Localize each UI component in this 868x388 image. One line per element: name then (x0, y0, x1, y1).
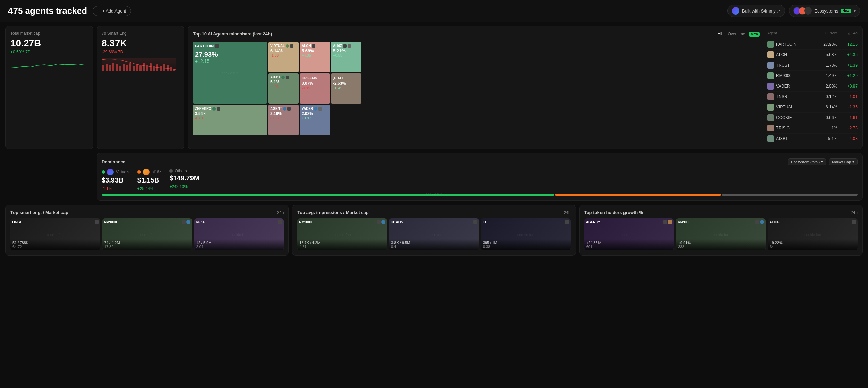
rm9000-tile-name: RM9000 (104, 220, 117, 224)
agent-cell-trust: TRUST (767, 62, 814, 69)
ecosystem-filter[interactable]: Ecosystem (total) ▾ (788, 158, 826, 165)
mindshare-new-badge: New (749, 32, 760, 37)
griffain-pct: 3.07% (302, 81, 328, 86)
ongo-icon1 (95, 220, 99, 224)
market-cap-card: Total market cap 10.27B +0.59% 7D cookie… (5, 26, 93, 149)
trisig-24h: -2.73 (837, 126, 858, 130)
svg-rect-17 (156, 64, 158, 71)
add-agent-button[interactable]: + + Add Agent (93, 6, 131, 16)
ms-tile-aixbt: AIXBT 5.1% -4.03 (268, 73, 299, 104)
market-cap-label: Total market cap (10, 31, 88, 36)
dominance-section: Dominance Ecosystem (total) ▾ Market Cap… (97, 153, 863, 201)
smart-eng-sparkline (102, 58, 179, 72)
zerebro-pct: 3.54% (195, 111, 265, 116)
ecosystems-button[interactable]: Ecosystems New ▾ (789, 5, 860, 17)
smart-eng-grid: cookie.fun ONGO 51 / 788K 64.72 (10, 218, 284, 250)
ms-tile-griffain: GRIFFAIN 3.07% -0.95 (300, 73, 330, 104)
ai16z-change: +25.44% (137, 186, 161, 191)
rm9000-val2: 17.82 (104, 245, 190, 249)
ib-icon1 (565, 220, 569, 224)
aixbt-table-name: AIXBT (776, 136, 788, 141)
rm9000-table-name: RM9000 (776, 73, 791, 78)
virtuals-value: $3.93B (102, 176, 129, 184)
others-change: +242.13% (169, 184, 199, 189)
agency-val2: 601 (586, 245, 672, 249)
others-name: Others (175, 169, 187, 173)
alice-header: ALICE (769, 220, 856, 224)
ms-tile-fartcoin: cookie.fun FARTCOIN 27.93% +12.15 (193, 42, 267, 104)
ongo-name: ONGO (12, 220, 23, 224)
alice-name: ALICE (769, 220, 780, 224)
trisig-avatar (767, 125, 774, 131)
rm9000-header: RM9000 (104, 220, 190, 224)
agency-content: +24.86% 601 (584, 239, 674, 250)
ecosystems-avatars (793, 7, 812, 15)
rm9000-content: 74 / 4.2M 17.82 (102, 239, 192, 250)
agent-name-tile: AGENT (270, 107, 282, 111)
agency-icon2 (668, 220, 672, 224)
fartcoin-24h: +12.15 (837, 42, 858, 47)
virtual-name: VIRTUAL (270, 44, 285, 48)
chaos-name: CHAOS (391, 220, 403, 224)
marketcap-filter[interactable]: Market Cap ▾ (829, 158, 858, 165)
tab-over-time[interactable]: Over time (726, 31, 746, 37)
cookie-24h: -1.61 (837, 115, 858, 120)
virtual-24h: -1.36 (837, 105, 858, 110)
aixbt-pct: 5.1% (270, 80, 297, 84)
built-with-button[interactable]: Built with S4mmy ↗ (727, 5, 785, 17)
fartcoin-pct: 27.93% (195, 51, 218, 58)
others-dot (169, 169, 173, 173)
header-left: 475 agents tracked + + Add Agent (8, 6, 131, 16)
agent-cell-rm9000: RM9000 (767, 72, 814, 79)
agent-cell-vader: VADER (767, 83, 814, 90)
tab-all[interactable]: All (716, 31, 723, 37)
svg-rect-13 (143, 63, 145, 71)
agent-change: -0.88 (270, 116, 297, 120)
agent-icon (287, 107, 291, 111)
avg-impressions-header: Top avg. impressions / Market cap 24h (297, 210, 570, 215)
dominance-row: Dominance Ecosystem (total) ▾ Market Cap… (5, 153, 863, 201)
built-with-label: Built with S4mmy ↗ (742, 8, 781, 14)
mindshare-table: Agent Current △ 24h FARTCOIN 27.93% +12.… (763, 31, 858, 144)
tnsr-table-name: TNSR (776, 94, 787, 99)
keke-icons (278, 220, 282, 224)
svg-rect-2 (106, 64, 108, 71)
vader-tile-name: VADER (302, 107, 313, 111)
rm9000-th-name: RM9000 (678, 220, 690, 224)
fartcoin-table-name: FARTCOIN (776, 42, 796, 47)
eco-ai16z: ai16z $1.15B +25.44% (137, 169, 161, 191)
agent-cell-tnsr: TNSR (767, 93, 814, 100)
ongo-content: 51 / 788K 64.72 (10, 239, 100, 250)
ecosystem-avatar-3 (804, 7, 812, 15)
aixbt-table-avatar (767, 135, 774, 142)
rm9000-icons (182, 220, 190, 224)
ms-tile-virtual: VIRTUAL 6.14% -1.36 (268, 42, 299, 72)
aixbt-24h: -4.03 (837, 136, 858, 141)
svg-rect-18 (160, 66, 162, 71)
table-row: COOKIE 0.66% -1.61 (767, 113, 858, 123)
agent-cell-aixbt-table: AIXBT (767, 135, 814, 142)
dominance-header: Dominance Ecosystem (total) ▾ Market Cap… (102, 158, 858, 165)
dominance-bar (102, 194, 858, 196)
agent-tile-rm9000-th: cookie.fun RM9000 +9.91% 333 (676, 218, 766, 250)
chaos-icon1 (473, 220, 477, 224)
fartcoin-name: FARTCOIN (195, 44, 214, 48)
ms-tile-vader: VADER 2.08% +0.87 (300, 105, 330, 135)
cookie-avatar (767, 114, 774, 121)
rm9000-th-val1: +9.91% (678, 241, 764, 245)
ai16z-dom-avatar (143, 169, 150, 175)
chaos-header: CHAOS (391, 220, 477, 224)
ib-header: IB (483, 220, 569, 224)
table-row: FARTCOIN 27.93% +12.15 (767, 39, 858, 50)
vader-current: 2.08% (814, 84, 837, 89)
rm9000-imp-header: RM9000 (299, 220, 385, 224)
rm9000-th-icons (755, 220, 764, 224)
alch-current: 5.68% (814, 52, 837, 57)
ib-val2: 0.38 (483, 245, 569, 249)
rm9000-icon1 (182, 220, 186, 224)
dominance-ecosystems: Virtuals $3.93B -1.1% ai16z $1.15B +25.4… (102, 169, 858, 191)
alch-24h: +4.35 (837, 52, 858, 57)
avg-impressions-section: Top avg. impressions / Market cap 24h co… (292, 205, 576, 256)
agent-tile-ongo: cookie.fun ONGO 51 / 788K 64.72 (10, 218, 100, 250)
trisig-table-name: TRISIG (776, 126, 790, 130)
